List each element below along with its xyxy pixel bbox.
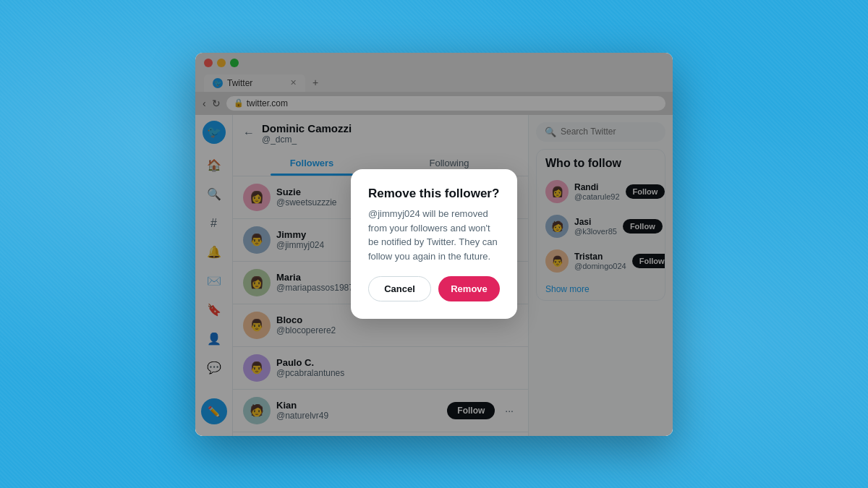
modal-overlay: Remove this follower? @jimmyj024 will be… — [195, 115, 673, 436]
modal-actions: Cancel Remove — [368, 276, 500, 301]
remove-follower-modal: Remove this follower? @jimmyj024 will be… — [351, 169, 517, 319]
browser-window: 🐦 Twitter ✕ + ‹ ↻ 🔒 twitter.com 🐦 🏠 🔍 # … — [195, 53, 673, 436]
modal-body: @jimmyj024 will be removed from your fol… — [368, 207, 500, 263]
cancel-button[interactable]: Cancel — [368, 276, 431, 301]
remove-button[interactable]: Remove — [438, 276, 500, 301]
modal-title: Remove this follower? — [368, 187, 500, 201]
twitter-app: 🐦 🏠 🔍 # 🔔 ✉️ 🔖 👤 💬 ✏️ ← Dominic Camozzi … — [195, 115, 673, 436]
